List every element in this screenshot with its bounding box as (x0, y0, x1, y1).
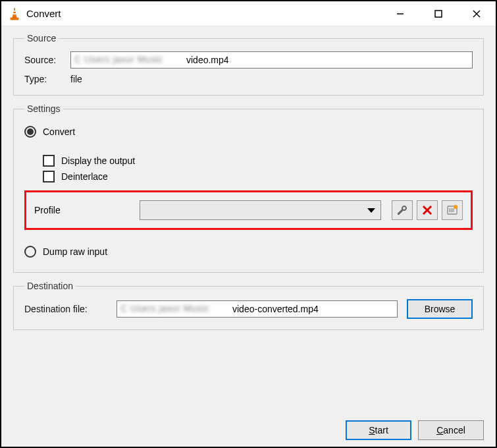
svg-rect-3 (11, 18, 18, 20)
vlc-cone-icon (8, 7, 21, 20)
destination-label: Destination file: (24, 304, 117, 314)
window-controls (381, 1, 496, 26)
edit-profile-button[interactable] (392, 200, 413, 220)
delete-profile-button[interactable] (417, 200, 438, 220)
dialog-button-row: Start Cancel (13, 418, 484, 440)
svg-marker-0 (13, 8, 16, 18)
profile-highlight-box: Profile (24, 190, 473, 230)
destination-input[interactable] (117, 300, 398, 318)
minimize-button[interactable] (381, 1, 419, 26)
settings-legend: Settings (24, 103, 63, 114)
start-button[interactable]: Start (346, 420, 411, 440)
profile-label: Profile (34, 205, 140, 215)
convert-radio-row[interactable]: Convert (24, 126, 473, 138)
window-title: Convert (26, 8, 61, 19)
convert-radio[interactable] (24, 126, 36, 138)
svg-rect-1 (13, 11, 16, 12)
dump-raw-radio-row[interactable]: Dump raw input (24, 246, 473, 258)
type-label: Type: (24, 74, 70, 84)
dump-raw-label: Dump raw input (43, 246, 107, 257)
deinterlace-label: Deinterlace (61, 171, 108, 182)
browse-button[interactable]: Browse (407, 299, 473, 319)
wrench-icon (396, 204, 408, 216)
dialog-body: Source Source: C Users jaxur Music Type:… (1, 26, 496, 447)
destination-legend: Destination (24, 281, 76, 291)
source-label: Source: (24, 55, 70, 65)
deinterlace-check-row[interactable]: Deinterlace (43, 171, 473, 182)
source-group: Source Source: C Users jaxur Music Type:… (13, 33, 484, 96)
new-profile-button[interactable] (442, 200, 463, 220)
new-profile-icon (446, 204, 458, 216)
display-output-check-row[interactable]: Display the output (43, 155, 473, 167)
titlebar: Convert (1, 1, 496, 26)
chevron-down-icon (367, 208, 375, 213)
svg-rect-5 (435, 11, 442, 17)
cancel-button[interactable]: Cancel (418, 420, 484, 440)
profile-dropdown[interactable] (140, 200, 381, 220)
maximize-button[interactable] (419, 1, 458, 26)
destination-group: Destination Destination file: C Users ja… (13, 281, 484, 330)
source-input[interactable] (70, 51, 473, 69)
close-button[interactable] (458, 1, 496, 26)
svg-rect-2 (13, 13, 16, 14)
browse-button-label: Browse (425, 304, 456, 314)
display-output-checkbox[interactable] (43, 155, 55, 167)
display-output-label: Display the output (61, 155, 135, 166)
settings-group: Settings Convert Display the output Dein… (13, 103, 484, 273)
start-button-label: Start (369, 425, 388, 435)
delete-icon (421, 204, 433, 216)
convert-radio-label: Convert (43, 126, 75, 137)
dump-raw-radio[interactable] (24, 246, 36, 258)
cancel-button-label: Cancel (436, 425, 465, 435)
deinterlace-checkbox[interactable] (43, 171, 55, 182)
type-value: file (70, 74, 82, 84)
source-legend: Source (24, 33, 59, 43)
svg-point-14 (454, 205, 458, 209)
convert-dialog: Convert Source Source: C Users (0, 0, 497, 448)
